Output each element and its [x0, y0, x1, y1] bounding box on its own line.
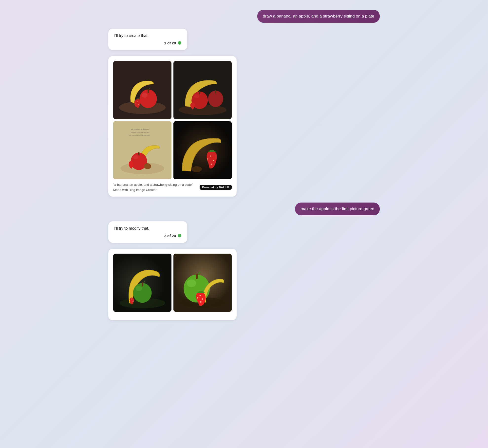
- svg-point-46: [197, 297, 198, 299]
- image-footer-1: "a banana, an apple, and a strawberry si…: [113, 183, 232, 192]
- user-text-2: make the apple in the first picture gree…: [300, 206, 374, 211]
- user-bubble-1: draw a banana, an apple, and a strawberr…: [257, 10, 380, 23]
- image-caption-1: "a banana, an apple, and a strawberry si…: [113, 183, 193, 192]
- status-dot-2: [178, 234, 181, 237]
- svg-point-47: [200, 295, 201, 296]
- svg-point-29: [211, 164, 212, 165]
- svg-point-26: [207, 158, 208, 160]
- svg-point-30: [191, 166, 202, 172]
- svg-point-49: [200, 301, 202, 303]
- svg-rect-14: [215, 90, 216, 93]
- counter-row-2: 2 of 20: [114, 234, 181, 238]
- svg-point-44: [187, 280, 196, 287]
- ai-response-text-2: I'll try to modify that.: [114, 226, 181, 231]
- svg-text:that omeqates at npegattes,: that omeqates at npegattes,: [131, 128, 150, 130]
- svg-point-48: [202, 298, 203, 300]
- svg-point-21: [133, 155, 138, 159]
- svg-point-7: [138, 104, 139, 105]
- credit-text-1: Made with Bing Image Creator: [113, 188, 193, 192]
- chat-container: draw a banana, an apple, and a strawberr…: [108, 10, 380, 320]
- ai-card-2: I'll try to modify that. 2 of 20: [108, 221, 187, 243]
- generated-image-1[interactable]: [113, 61, 171, 119]
- svg-point-27: [210, 155, 211, 157]
- counter-text-1: 1 of 20: [164, 41, 176, 45]
- image-card-1: that omeqates at npegattes, apices, yous…: [108, 56, 237, 197]
- caption-text-1: "a banana, an apple, and a strawberry si…: [113, 183, 193, 187]
- generated-image-3[interactable]: that omeqates at npegattes, apices, yous…: [113, 121, 171, 179]
- svg-point-5: [135, 103, 136, 104]
- svg-point-6: [137, 101, 138, 102]
- svg-point-23: [144, 163, 151, 169]
- image-card-2: [108, 249, 237, 320]
- svg-point-11: [194, 94, 199, 98]
- user-message-2: make the apple in the first picture gree…: [108, 203, 380, 215]
- svg-text:apices, youse,a teneld are,: apices, youse,a teneld are,: [131, 131, 150, 133]
- svg-point-37: [129, 300, 130, 301]
- svg-point-35: [136, 286, 142, 291]
- counter-text-2: 2 of 20: [164, 234, 176, 238]
- svg-rect-36: [142, 282, 143, 286]
- ai-card-1: I'll try to create that. 1 of 20: [108, 29, 187, 50]
- user-bubble-2: make the apple in the first picture gree…: [295, 203, 380, 215]
- ai-response-text-1: I'll try to create that.: [114, 34, 181, 38]
- dall-e-badge-1: Powered by DALL·E: [200, 185, 232, 190]
- generated-image-6[interactable]: [173, 254, 232, 312]
- user-text-1: draw a banana, an apple, and a strawberr…: [263, 14, 374, 19]
- svg-text:ase ywolnage sencia tpeclem,: ase ywolnage sencia tpeclem,: [129, 134, 150, 136]
- image-grid-1: that omeqates at npegattes, apices, yous…: [113, 61, 232, 179]
- svg-point-28: [213, 160, 214, 161]
- generated-image-5[interactable]: [113, 254, 171, 312]
- user-message-1: draw a banana, an apple, and a strawberr…: [108, 10, 380, 23]
- image-grid-2: [113, 254, 232, 312]
- counter-row-1: 1 of 20: [114, 41, 181, 45]
- svg-rect-12: [199, 91, 200, 94]
- generated-image-2[interactable]: [173, 61, 232, 119]
- svg-rect-4: [148, 89, 149, 93]
- generated-image-4[interactable]: [173, 121, 232, 179]
- status-dot-1: [178, 41, 181, 45]
- svg-point-38: [131, 299, 132, 299]
- svg-rect-45: [196, 274, 198, 279]
- svg-point-3: [142, 93, 148, 98]
- svg-rect-22: [138, 152, 139, 155]
- svg-point-39: [132, 301, 133, 302]
